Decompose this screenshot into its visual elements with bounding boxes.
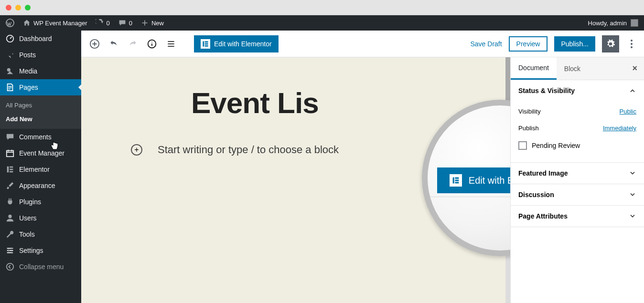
sidebar-sub-add-new[interactable]: Add New [0, 112, 81, 126]
panel-section-page-attributes: Page Attributes [511, 206, 644, 227]
sidebar-label: Appearance [19, 182, 55, 189]
svg-rect-3 [7, 151, 13, 157]
sidebar-item-posts[interactable]: Posts [0, 47, 81, 63]
sidebar-item-elementor[interactable]: Elementor [0, 161, 81, 178]
row-label: Publish [518, 125, 539, 132]
chevron-down-icon [629, 169, 636, 177]
preview-button[interactable]: Preview [509, 36, 548, 52]
row-label: Visibility [518, 108, 541, 115]
panel-header-status[interactable]: Status & Visibility [511, 80, 644, 101]
site-title: WP Event Manager [33, 20, 87, 27]
sidebar-label: Posts [19, 51, 36, 59]
sidebar-item-event-manager[interactable]: Event Manager [0, 145, 81, 161]
dashboard-icon [6, 34, 14, 43]
checkbox-label: Pending Review [532, 142, 580, 149]
save-draft-button[interactable]: Save Draft [470, 40, 502, 48]
panel-header-page-attributes[interactable]: Page Attributes [511, 206, 644, 227]
publish-row: Publish Immediately [518, 120, 636, 136]
sidebar-item-appearance[interactable]: Appearance [0, 178, 81, 194]
block-prompt-text: Start writing or type / to choose a bloc… [158, 144, 339, 156]
new-label: New [151, 20, 164, 27]
comments-count: 0 [129, 20, 132, 27]
close-panel-button[interactable]: × [625, 63, 644, 73]
wordpress-icon [6, 19, 14, 27]
home-icon [23, 19, 31, 27]
comment-icon [6, 133, 14, 141]
plus-circle-icon: + [131, 144, 142, 156]
sidebar-item-users[interactable]: Users [0, 210, 81, 226]
settings-toggle-button[interactable] [602, 35, 619, 52]
publish-value-link[interactable]: Immediately [603, 125, 636, 132]
sidebar-label: Dashboard [19, 35, 52, 42]
publish-button[interactable]: Publish... [554, 36, 595, 52]
sidebar-item-plugins[interactable]: Plugins [0, 194, 81, 210]
tab-document[interactable]: Document [511, 57, 557, 80]
visibility-value-link[interactable]: Public [620, 108, 636, 115]
panel-header-label: Featured Image [518, 169, 568, 177]
panel-section-status: Status & Visibility Visibility Public Pu… [511, 80, 644, 163]
updates-link[interactable]: 0 [96, 19, 109, 27]
page-title-input[interactable]: Event Lis [191, 86, 491, 120]
svg-rect-22 [452, 178, 454, 184]
sidebar-item-comments[interactable]: Comments [0, 129, 81, 145]
info-button[interactable] [145, 37, 159, 51]
more-options-button[interactable] [626, 40, 637, 48]
updates-count: 0 [106, 20, 109, 27]
svg-rect-17 [205, 43, 208, 44]
calendar-icon [6, 149, 14, 157]
sidebar-label: Media [19, 67, 37, 75]
media-icon [6, 67, 14, 75]
edit-with-elementor-button[interactable]: Edit with Elementor [194, 35, 279, 52]
comments-link[interactable]: 0 [118, 19, 132, 27]
admin-bar: WP Event Manager 0 0 New Howdy, admin [0, 15, 644, 31]
svg-rect-4 [7, 167, 9, 173]
list-icon [166, 39, 176, 49]
sidebar-sub-all-pages[interactable]: All Pages [0, 98, 81, 112]
window-close-button[interactable] [6, 5, 11, 10]
chevron-up-icon [629, 87, 636, 94]
panel-header-featured-image[interactable]: Featured Image [511, 163, 644, 184]
svg-point-20 [631, 43, 633, 45]
sidebar-item-media[interactable]: Media [0, 63, 81, 79]
sidebar-collapse-button[interactable]: Collapse menu [0, 259, 81, 275]
sidebar-label: Collapse menu [19, 263, 64, 271]
panel-tabs: Document Block × [511, 57, 644, 80]
wp-logo[interactable] [6, 19, 14, 27]
site-home-link[interactable]: WP Event Manager [23, 19, 87, 27]
undo-icon [109, 39, 118, 49]
admin-sidebar: Dashboard Posts Media Pages All Pages Ad… [0, 31, 81, 303]
redo-button[interactable] [126, 37, 140, 51]
info-icon [147, 39, 157, 49]
howdy-text[interactable]: Howdy, admin [588, 20, 627, 27]
svg-rect-16 [205, 41, 208, 42]
sidebar-item-pages[interactable]: Pages [0, 79, 81, 95]
window-minimize-button[interactable] [15, 5, 21, 10]
refresh-icon [96, 19, 103, 27]
chevron-down-icon [629, 212, 636, 220]
sidebar-item-settings[interactable]: Settings [0, 242, 81, 259]
elementor-badge-icon [201, 39, 210, 49]
visibility-row: Visibility Public [518, 103, 636, 120]
plus-icon [141, 19, 149, 27]
add-block-button[interactable] [88, 37, 101, 51]
undo-button[interactable] [107, 37, 120, 51]
svg-rect-18 [205, 45, 208, 46]
sidebar-label: Settings [19, 247, 43, 254]
sidebar-label: Tools [19, 230, 35, 238]
avatar[interactable] [631, 19, 638, 27]
svg-point-11 [11, 252, 13, 254]
svg-point-10 [8, 250, 10, 251]
plus-circle-icon [89, 39, 100, 49]
sliders-icon [6, 246, 14, 255]
editor-toolbar: Edit with Elementor Save Draft Preview P… [81, 31, 644, 57]
svg-rect-5 [10, 167, 13, 168]
new-content-link[interactable]: New [141, 19, 164, 27]
tab-block[interactable]: Block [557, 58, 588, 79]
panel-header-discussion[interactable]: Discussion [511, 184, 644, 205]
window-maximize-button[interactable] [25, 5, 31, 10]
sidebar-item-dashboard[interactable]: Dashboard [0, 31, 81, 47]
outline-button[interactable] [164, 37, 178, 51]
pending-review-checkbox[interactable]: Pending Review [518, 136, 636, 155]
sidebar-label: Comments [19, 133, 52, 141]
sidebar-item-tools[interactable]: Tools [0, 226, 81, 242]
